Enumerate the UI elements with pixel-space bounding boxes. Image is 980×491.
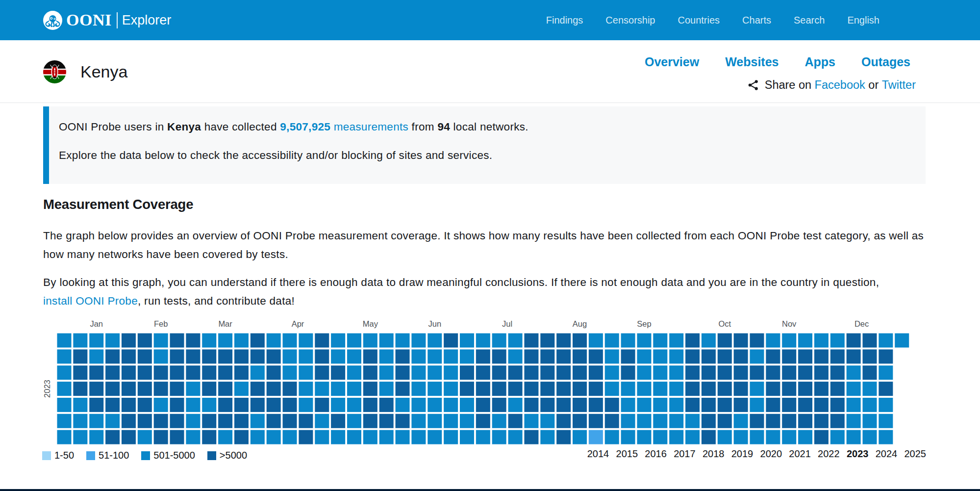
heatmap-cell[interactable]: [73, 414, 87, 428]
year-button[interactable]: 2022: [818, 448, 840, 460]
year-button[interactable]: 2023: [847, 448, 869, 460]
heatmap-cell[interactable]: [589, 365, 603, 380]
heatmap-cell[interactable]: [267, 430, 281, 444]
measurements-link[interactable]: 9,507,925 measurements: [280, 121, 408, 133]
heatmap-cell[interactable]: [57, 365, 72, 380]
heatmap-cell[interactable]: [170, 398, 184, 412]
share-facebook-link[interactable]: Facebook: [815, 78, 865, 92]
heatmap-cell[interactable]: [798, 365, 812, 380]
heatmap-cell[interactable]: [830, 414, 845, 428]
heatmap-cell[interactable]: [750, 382, 764, 396]
heatmap-cell[interactable]: [154, 398, 168, 412]
heatmap-cell[interactable]: [702, 365, 716, 380]
heatmap-cell[interactable]: [798, 398, 812, 412]
heatmap-cell[interactable]: [702, 430, 716, 444]
heatmap-cell[interactable]: [524, 365, 538, 380]
heatmap-cell[interactable]: [460, 365, 474, 380]
heatmap-cell[interactable]: [363, 349, 377, 363]
heatmap-cell[interactable]: [202, 398, 216, 412]
heatmap-cell[interactable]: [170, 334, 184, 348]
heatmap-cell[interactable]: [589, 334, 603, 348]
heatmap-cell[interactable]: [347, 414, 361, 428]
heatmap-cell[interactable]: [283, 430, 297, 444]
tab-overview[interactable]: Overview: [645, 55, 699, 69]
heatmap-cell[interactable]: [315, 382, 329, 396]
heatmap-cell[interactable]: [122, 382, 136, 396]
heatmap-cell[interactable]: [347, 382, 361, 396]
heatmap-cell[interactable]: [766, 382, 780, 396]
heatmap-cell[interactable]: [540, 334, 554, 348]
heatmap-cell[interactable]: [427, 365, 442, 380]
heatmap-cell[interactable]: [782, 382, 796, 396]
heatmap-cell[interactable]: [444, 398, 458, 412]
heatmap-cell[interactable]: [573, 382, 587, 396]
heatmap-cell[interactable]: [669, 365, 683, 380]
heatmap-cell[interactable]: [170, 382, 184, 396]
heatmap-cell[interactable]: [138, 349, 152, 363]
heatmap-cell[interactable]: [702, 414, 716, 428]
heatmap-cell[interactable]: [251, 398, 265, 412]
heatmap-cell[interactable]: [379, 349, 394, 363]
heatmap-cell[interactable]: [718, 349, 732, 363]
heatmap-cell[interactable]: [105, 430, 120, 444]
heatmap-cell[interactable]: [234, 365, 249, 380]
heatmap-cell[interactable]: [315, 398, 329, 412]
heatmap-cell[interactable]: [879, 430, 893, 444]
heatmap-cell[interactable]: [234, 334, 249, 348]
heatmap-cell[interactable]: [718, 398, 732, 412]
heatmap-cell[interactable]: [540, 349, 554, 363]
heatmap-cell[interactable]: [347, 349, 361, 363]
heatmap-cell[interactable]: [492, 398, 506, 412]
heatmap-cell[interactable]: [89, 398, 103, 412]
heatmap-cell[interactable]: [540, 382, 554, 396]
heatmap-cell[interactable]: [218, 382, 232, 396]
heatmap-cell[interactable]: [718, 382, 732, 396]
heatmap-cell[interactable]: [621, 414, 635, 428]
heatmap-cell[interactable]: [379, 398, 394, 412]
heatmap-cell[interactable]: [379, 430, 394, 444]
heatmap-cell[interactable]: [669, 349, 683, 363]
heatmap-cell[interactable]: [396, 334, 410, 348]
heatmap-cell[interactable]: [895, 334, 909, 348]
heatmap-cell[interactable]: [299, 398, 313, 412]
heatmap-cell[interactable]: [218, 398, 232, 412]
heatmap-cell[interactable]: [766, 414, 780, 428]
tab-apps[interactable]: Apps: [804, 55, 835, 69]
heatmap-cell[interactable]: [460, 430, 474, 444]
heatmap-cell[interactable]: [283, 398, 297, 412]
heatmap-cell[interactable]: [847, 349, 861, 363]
heatmap-cell[interactable]: [460, 334, 474, 348]
heatmap-cell[interactable]: [605, 382, 619, 396]
heatmap-cell[interactable]: [122, 414, 136, 428]
heatmap-cell[interactable]: [444, 349, 458, 363]
heatmap-cell[interactable]: [396, 349, 410, 363]
heatmap-cell[interactable]: [411, 398, 426, 412]
topnav-search[interactable]: Search: [794, 15, 825, 26]
heatmap-cell[interactable]: [814, 365, 829, 380]
heatmap-cell[interactable]: [492, 334, 506, 348]
heatmap-cell[interactable]: [702, 398, 716, 412]
heatmap-cell[interactable]: [427, 398, 442, 412]
heatmap-cell[interactable]: [267, 382, 281, 396]
year-button[interactable]: 2018: [703, 448, 725, 460]
heatmap-cell[interactable]: [750, 414, 764, 428]
heatmap-cell[interactable]: [685, 414, 700, 428]
heatmap-cell[interactable]: [411, 414, 426, 428]
heatmap-cell[interactable]: [379, 382, 394, 396]
heatmap-cell[interactable]: [234, 349, 249, 363]
heatmap-cell[interactable]: [218, 334, 232, 348]
heatmap-cell[interactable]: [73, 382, 87, 396]
heatmap-cell[interactable]: [556, 414, 571, 428]
heatmap-cell[interactable]: [653, 430, 667, 444]
heatmap-cell[interactable]: [476, 349, 490, 363]
heatmap-cell[interactable]: [766, 365, 780, 380]
heatmap-cell[interactable]: [234, 414, 249, 428]
heatmap-cell[interactable]: [267, 398, 281, 412]
heatmap-cell[interactable]: [879, 365, 893, 380]
year-button[interactable]: 2025: [905, 448, 927, 460]
heatmap-cell[interactable]: [476, 430, 490, 444]
heatmap-cell[interactable]: [669, 398, 683, 412]
heatmap-cell[interactable]: [685, 334, 700, 348]
heatmap-cell[interactable]: [218, 430, 232, 444]
heatmap-cell[interactable]: [444, 414, 458, 428]
